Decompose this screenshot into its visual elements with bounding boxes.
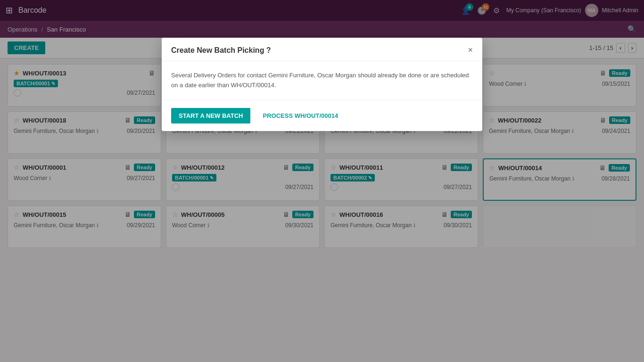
modal: Create New Batch Picking ? × Several Del… [162, 38, 482, 131]
start-new-batch-button[interactable]: START A NEW BATCH [171, 108, 250, 123]
modal-message: Several Delivery Orders for contact Gemi… [171, 71, 473, 90]
modal-footer: START A NEW BATCH PROCESS WH/OUT/00014 [162, 100, 482, 131]
modal-overlay[interactable]: Create New Batch Picking ? × Several Del… [0, 0, 644, 254]
modal-close-button[interactable]: × [468, 45, 473, 55]
process-button[interactable]: PROCESS WH/OUT/00014 [256, 109, 345, 123]
modal-header: Create New Batch Picking ? × [162, 38, 482, 61]
modal-body: Several Delivery Orders for contact Gemi… [162, 61, 482, 100]
modal-title: Create New Batch Picking ? [171, 46, 271, 55]
